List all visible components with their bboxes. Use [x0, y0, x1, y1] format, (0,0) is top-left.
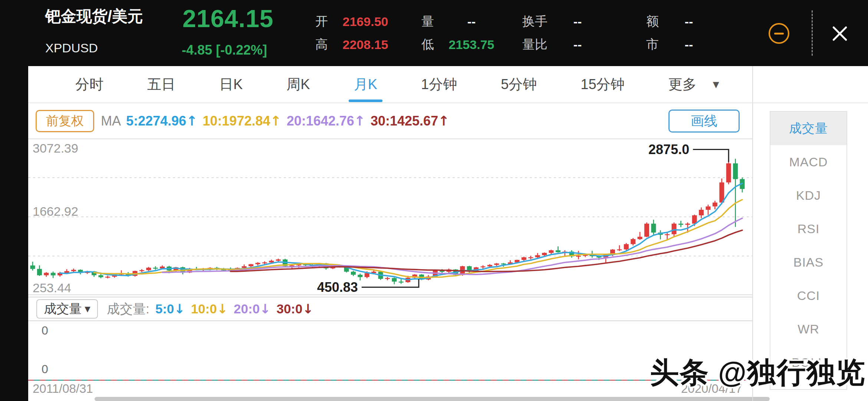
- indicator-sidebar: 成交量 MACD KDJ RSI BIAS CCI WR BOLL: [770, 111, 847, 390]
- tab-weekly[interactable]: 周K: [286, 66, 310, 103]
- svg-text:450.83: 450.83: [317, 280, 358, 295]
- tab-more[interactable]: 更多 ▼: [668, 66, 719, 103]
- tab-more-label: 更多: [668, 75, 697, 94]
- app-screen: 钯金现货/美元 XPDUSD 2164.15 -4.85 [-0.22%] 开 …: [0, 0, 868, 401]
- stat-volume-ratio: 量比 --: [522, 37, 602, 52]
- volume-ma30-value: 30:0↓: [276, 301, 313, 316]
- volume-ma-legend: 成交量: 5:0↓ 10:0↓ 20:0↓ 30:0↓: [107, 300, 313, 318]
- stat-low: 低 2153.75: [421, 37, 503, 52]
- ma-legend-prefix: MA: [101, 113, 121, 129]
- stat-volume: 量 --: [421, 14, 503, 29]
- tab-daily[interactable]: 日K: [219, 66, 243, 103]
- stat-group-volume-low: 量 -- 低 2153.75: [421, 0, 503, 66]
- tab-5min[interactable]: 5分钟: [501, 66, 537, 103]
- vertical-divider: [752, 66, 753, 401]
- stat-market-cap: 市 --: [646, 37, 713, 52]
- sidebar-item-rsi[interactable]: RSI: [770, 212, 846, 245]
- stat-amount-label: 额: [646, 13, 659, 30]
- stat-high-value: 2208.15: [334, 38, 397, 52]
- instrument-name: 钯金现货/美元: [45, 6, 143, 27]
- watermark: 头条 @独行独览: [650, 353, 866, 392]
- ma10-value: 10:1972.84↑: [203, 113, 281, 129]
- minus-bar: [774, 33, 784, 35]
- dropdown-caret-icon: ▼: [85, 304, 90, 313]
- volume-ma20-value: 20:0↓: [234, 301, 270, 316]
- svg-text:2875.0: 2875.0: [648, 142, 689, 157]
- horizontal-scrollbar[interactable]: [95, 397, 770, 401]
- y-axis-min-label: 253.44: [33, 281, 71, 295]
- tab-monthly[interactable]: 月K: [354, 66, 377, 103]
- y-axis-max-label: 3072.39: [33, 141, 78, 156]
- header-bar: 钯金现货/美元 XPDUSD 2164.15 -4.85 [-0.22%] 开 …: [0, 0, 868, 66]
- ma-legend: MA 5:2274.96↑ 10:1972.84↑ 20:1642.76↑ 30…: [101, 113, 449, 129]
- instrument-symbol: XPDUSD: [45, 41, 98, 55]
- volume-ma10-value: 10:0↓: [191, 301, 228, 316]
- y-axis-mid-label: 1662.92: [33, 204, 78, 219]
- sidebar-item-cci[interactable]: CCI: [770, 279, 846, 312]
- stat-volume-value: --: [440, 14, 503, 29]
- price-change: -4.85 [-0.22%]: [182, 42, 267, 58]
- chart-toolbar: 前复权 MA 5:2274.96↑ 10:1972.84↑ 20:1642.76…: [28, 104, 752, 138]
- stat-volume-ratio-value: --: [553, 38, 602, 52]
- stat-open-value: 2169.50: [334, 14, 397, 29]
- volume-scale-bottom: 0: [42, 362, 48, 376]
- stat-market-cap-value: --: [665, 38, 713, 52]
- stat-amount-value: --: [665, 14, 713, 29]
- sidebar-item-bias[interactable]: BIAS: [770, 245, 846, 279]
- stat-group-open-high: 开 2169.50 高 2208.15: [315, 0, 397, 66]
- stat-volume-ratio-label: 量比: [522, 36, 548, 53]
- sidebar-item-volume[interactable]: 成交量: [770, 112, 846, 145]
- stat-low-label: 低: [421, 36, 434, 53]
- ma30-value: 30:1425.67↑: [371, 113, 449, 129]
- stat-open-label: 开: [315, 13, 328, 30]
- sidebar-item-macd[interactable]: MACD: [770, 145, 846, 179]
- stat-turnover: 换手 --: [522, 14, 602, 29]
- stat-low-value: 2153.75: [440, 38, 503, 52]
- draw-line-button[interactable]: 画线: [668, 110, 740, 133]
- volume-header-row: 成交量 ▼ 成交量: 5:0↓ 10:0↓ 20:0↓ 30:0↓: [28, 297, 752, 321]
- stat-open: 开 2169.50: [315, 14, 397, 29]
- stat-high-label: 高: [315, 36, 328, 53]
- stat-volume-label: 量: [421, 13, 434, 30]
- tab-wuri[interactable]: 五日: [147, 66, 175, 103]
- volume-chart-svg[interactable]: [28, 322, 752, 382]
- header-divider: [812, 10, 813, 56]
- volume-scale-top: 0: [42, 324, 48, 338]
- sidebar-item-kdj[interactable]: KDJ: [770, 179, 846, 212]
- minimize-icon[interactable]: [769, 23, 789, 44]
- volume-legend-prefix: 成交量:: [107, 300, 149, 318]
- adjust-mode-button[interactable]: 前复权: [36, 110, 94, 132]
- stat-high: 高 2208.15: [315, 37, 397, 52]
- stat-group-amount-cap: 额 -- 市 --: [646, 0, 713, 66]
- left-black-strip: [0, 66, 28, 401]
- volume-ma5-value: 5:0↓: [155, 301, 185, 316]
- price-chart-svg[interactable]: 2875.0450.83: [28, 138, 752, 295]
- stat-amount: 额 --: [646, 14, 713, 29]
- period-tabbar: 分时 五日 日K 周K 月K 1分钟 5分钟 15分钟 更多 ▼: [28, 66, 868, 103]
- ma20-value: 20:1642.76↑: [287, 113, 365, 129]
- chevron-down-icon: ▼: [713, 80, 719, 89]
- tab-1min[interactable]: 1分钟: [421, 66, 457, 103]
- close-icon[interactable]: [829, 23, 850, 44]
- last-price: 2164.15: [183, 4, 274, 33]
- stat-turnover-value: --: [553, 14, 602, 29]
- ma5-value: 5:2274.96↑: [126, 113, 197, 129]
- stat-market-cap-label: 市: [646, 36, 659, 53]
- stat-group-turnover: 换手 -- 量比 --: [522, 0, 602, 66]
- stat-turnover-label: 换手: [522, 13, 548, 30]
- volume-indicator-dropdown[interactable]: 成交量 ▼: [36, 299, 98, 319]
- x-axis-start-date: 2011/08/31: [33, 382, 93, 396]
- tab-15min[interactable]: 15分钟: [581, 66, 624, 103]
- tab-fenshi[interactable]: 分时: [75, 66, 103, 103]
- volume-indicator-dropdown-label: 成交量: [44, 300, 82, 317]
- sidebar-item-wr[interactable]: WR: [770, 312, 846, 346]
